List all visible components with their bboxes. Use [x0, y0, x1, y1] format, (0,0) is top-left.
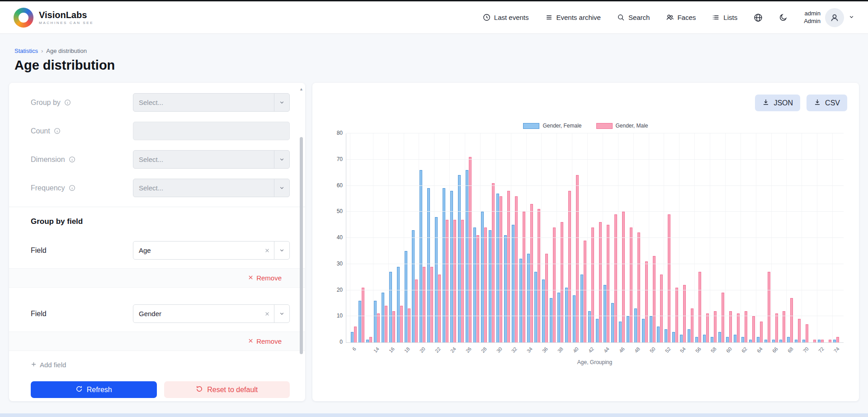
chart-bar — [450, 191, 453, 342]
add-field-label: Add field — [40, 361, 66, 369]
chart-bar — [637, 232, 640, 342]
nav-item-lists[interactable]: Lists — [712, 14, 737, 21]
nav-item-last-events[interactable]: Last events — [483, 14, 529, 21]
x-axis-tick: 14 — [373, 343, 380, 358]
bar-group — [449, 133, 457, 342]
brand[interactable]: VisionLabs MACHINES CAN SEE — [14, 8, 94, 28]
field-select-gender[interactable]: Gender — [133, 304, 290, 323]
lists-icon — [712, 14, 720, 21]
dimension-label: Dimension — [31, 156, 65, 164]
chart-bar — [757, 337, 760, 342]
chart-bar — [833, 340, 836, 342]
remove-x-icon — [248, 274, 254, 282]
nav-item-search[interactable]: Search — [617, 14, 650, 21]
frequency-select[interactable]: Select... — [133, 179, 290, 197]
info-icon[interactable] — [69, 185, 75, 191]
clear-icon[interactable] — [260, 242, 274, 259]
frequency-label: Frequency — [31, 184, 65, 192]
breadcrumb-link-statistics[interactable]: Statistics — [14, 47, 38, 54]
group-by-select[interactable]: Select... — [133, 93, 290, 112]
bar-group — [641, 133, 649, 342]
info-icon[interactable] — [64, 99, 71, 106]
chart-bar — [374, 301, 377, 342]
legend-item[interactable]: Gender, Female — [523, 123, 581, 129]
bar-group — [580, 133, 587, 342]
nav-item-events-archive[interactable]: Events archive — [545, 14, 601, 21]
x-axis-tick: 24 — [449, 343, 457, 358]
age-distribution-chart: Gender, FemaleGender, Male 0102030405060… — [328, 123, 844, 392]
chart-bar — [790, 298, 793, 342]
breadcrumb: Statistics › Age distribution — [0, 34, 868, 54]
bar-group — [756, 133, 764, 342]
chart-bar — [779, 340, 782, 342]
x-axis-tick — [503, 343, 510, 358]
chart-bar — [683, 285, 686, 342]
export-csv-button[interactable]: CSV — [807, 95, 847, 111]
chart-bar — [737, 313, 740, 342]
field-select-age[interactable]: Age — [133, 241, 290, 260]
refresh-button[interactable]: Refresh — [31, 381, 157, 398]
chart-bar — [458, 175, 461, 342]
info-icon[interactable] — [54, 128, 61, 134]
legend-swatch — [523, 123, 539, 129]
visionlabs-logo-icon — [14, 8, 33, 28]
x-axis-tick — [396, 343, 403, 358]
bar-group — [649, 133, 656, 342]
bar-group — [534, 133, 542, 342]
chart-bar — [420, 170, 422, 342]
footer-strip — [0, 413, 868, 417]
chart-bar — [576, 175, 579, 342]
chart-bar — [698, 272, 701, 342]
export-json-button[interactable]: JSON — [755, 95, 800, 111]
chart-bar — [423, 267, 425, 342]
chart-bar — [653, 256, 656, 342]
clear-icon[interactable] — [260, 305, 274, 322]
x-axis-tick — [702, 343, 710, 358]
count-input[interactable] — [133, 122, 290, 140]
scrollbar-thumb[interactable] — [300, 137, 303, 354]
chart-bar — [722, 293, 724, 342]
bar-group — [618, 133, 626, 342]
scrollbar[interactable]: ▲ — [299, 86, 304, 398]
nav-item-faces[interactable]: Faces — [666, 14, 696, 21]
nav-item-label: Search — [628, 14, 650, 21]
reset-to-default-button[interactable]: Reset to default — [164, 381, 290, 398]
bar-group — [426, 133, 434, 342]
scroll-up-icon[interactable]: ▲ — [299, 86, 304, 92]
chart-legend: Gender, FemaleGender, Male — [328, 123, 844, 129]
chart-bar — [519, 259, 522, 342]
info-icon[interactable] — [69, 156, 75, 163]
dimension-select[interactable]: Select... — [133, 150, 290, 169]
remove-field-button[interactable]: Remove — [9, 332, 305, 351]
chart-bar — [829, 340, 831, 342]
x-axis-tick: 60 — [725, 343, 733, 358]
chart-groups — [346, 133, 844, 342]
bar-group — [587, 133, 595, 342]
add-field-button[interactable]: Add field — [9, 351, 305, 370]
chart-x-labels: 6141618202224262830323436384042444648505… — [346, 343, 844, 358]
chart-bar — [397, 267, 400, 342]
chart-bar — [642, 319, 645, 342]
language-globe-button[interactable] — [754, 13, 763, 22]
chart-bar — [538, 209, 540, 342]
legend-item[interactable]: Gender, Male — [596, 123, 648, 129]
chart-bar — [806, 324, 808, 342]
x-axis-tick: 58 — [710, 343, 717, 358]
x-axis-tick: 70 — [802, 343, 809, 358]
nav-item-label: Last events — [494, 14, 529, 21]
y-axis-tick: 30 — [328, 261, 343, 267]
count-label: Count — [31, 127, 50, 135]
x-axis-tick — [809, 343, 817, 358]
chart-bar — [802, 340, 805, 342]
chart-bar — [614, 214, 617, 342]
chart-bar — [466, 170, 468, 342]
chart-bar — [695, 337, 698, 342]
chart-bar — [680, 335, 683, 342]
remove-field-button[interactable]: Remove — [9, 268, 305, 288]
user-menu[interactable]: admin Admin — [804, 8, 854, 27]
chart-bar — [665, 329, 667, 342]
y-axis-tick: 0 — [328, 339, 343, 345]
dark-mode-toggle[interactable] — [779, 13, 788, 22]
bar-group — [480, 133, 488, 342]
x-axis-tick: 26 — [464, 343, 472, 358]
